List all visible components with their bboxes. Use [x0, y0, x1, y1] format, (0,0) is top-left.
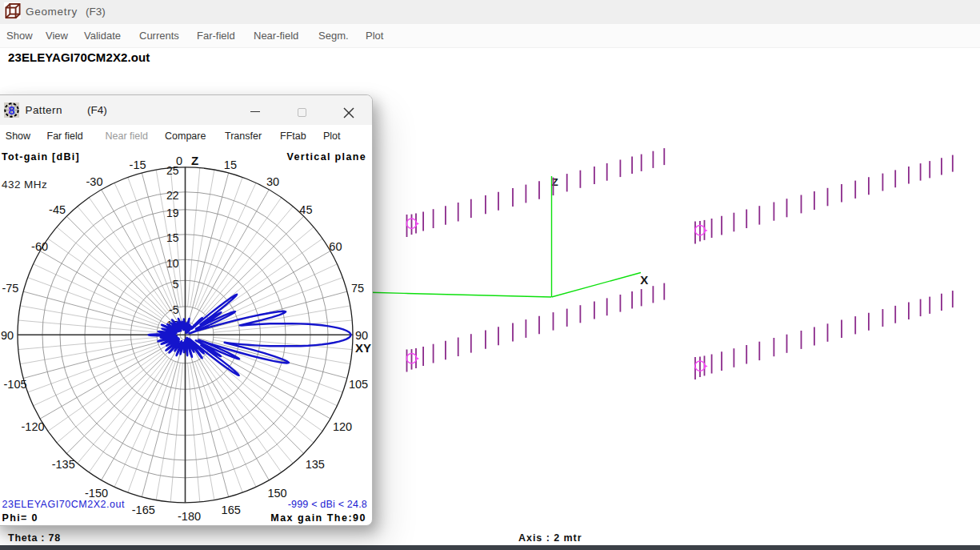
svg-text:-150: -150	[85, 487, 108, 500]
svg-text:-135: -135	[52, 458, 75, 471]
svg-text:-105: -105	[3, 378, 26, 391]
svg-text:-180: -180	[178, 510, 201, 523]
svg-text:-45: -45	[49, 203, 66, 216]
svg-text:25: 25	[166, 164, 179, 177]
svg-text:19: 19	[166, 207, 179, 219]
svg-text:-30: -30	[86, 175, 103, 188]
svg-text:-120: -120	[21, 420, 44, 433]
svg-text:120: 120	[333, 420, 352, 433]
svg-text:8: 8	[8, 104, 14, 117]
svg-text:22: 22	[166, 189, 179, 202]
svg-text:-5: -5	[169, 303, 179, 316]
svg-text:135: 135	[306, 458, 325, 471]
svg-text:150: 150	[267, 487, 286, 500]
svg-text:-60: -60	[31, 240, 48, 253]
svg-text:15: 15	[166, 231, 179, 244]
svg-text:30: 30	[266, 175, 279, 188]
svg-text:60: 60	[329, 240, 342, 253]
svg-text:45: 45	[299, 203, 312, 216]
svg-text:15: 15	[224, 159, 237, 171]
svg-text:90: 90	[1, 329, 14, 342]
svg-text:XY: XY	[355, 341, 371, 355]
svg-text:5: 5	[173, 278, 179, 291]
svg-text:-75: -75	[2, 282, 18, 295]
svg-text:-165: -165	[132, 504, 155, 516]
svg-text:10: 10	[166, 257, 179, 270]
svg-text:105: 105	[349, 378, 368, 391]
svg-text:Z: Z	[191, 154, 198, 167]
svg-text:90: 90	[355, 329, 368, 342]
svg-text:165: 165	[222, 504, 241, 516]
svg-text:X: X	[640, 273, 648, 287]
svg-text:-15: -15	[130, 159, 146, 171]
svg-text:75: 75	[351, 282, 364, 295]
